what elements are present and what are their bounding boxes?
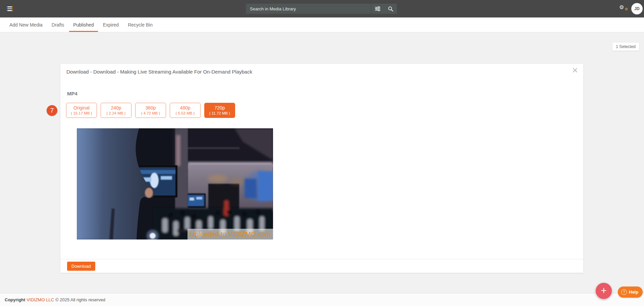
tab-published[interactable]: Published [69,17,98,32]
hamburger-menu-icon[interactable] [7,6,13,11]
option-480p[interactable]: 480p ( 5.53 MB ) [170,103,201,118]
media-tabs: Add New Media Drafts Published Expired R… [0,17,644,32]
settings-gears-icon[interactable]: ⚙⚙ [619,5,627,13]
search-bar [246,4,397,14]
rights-text: © 2025 All rights reserved [55,297,105,302]
plus-icon: + [601,285,607,296]
option-720p[interactable]: 720p ( 11.72 MB ) [204,103,235,118]
option-360p[interactable]: 360p ( 4.72 MB ) [135,103,166,118]
top-bar-right: ⚙⚙ JD [619,0,643,17]
dialog-title: Download - Download - Making Live Stream… [66,69,252,75]
app-window: ⚙⚙ JD Add New Media Drafts Published Exp… [0,0,644,306]
format-label: MP4 [67,91,77,96]
filter-sliders-icon[interactable] [371,4,384,14]
step-7-annotation-badge: 7 [47,105,57,116]
tab-drafts[interactable]: Drafts [48,17,68,32]
user-avatar[interactable]: JD [631,3,643,14]
question-mark-icon: ? [621,289,627,295]
video-preview-thumbnail: Uploaded to VIDIZMO.com [77,128,273,239]
tab-recycle-bin[interactable]: Recycle Bin [124,17,157,32]
vidizmo-link[interactable]: VIDIZMO LLC [26,297,54,302]
option-240p[interactable]: 240p ( 2.24 MB ) [101,103,131,118]
resolution-options: Original ( 15.17 MB ) 240p ( 2.24 MB ) 3… [66,103,235,118]
search-input[interactable] [246,6,371,11]
add-media-fab[interactable]: + [596,283,612,299]
tab-expired[interactable]: Expired [99,17,123,32]
selection-count-badge: 1 Selected [612,43,639,51]
top-bar: ⚙⚙ JD [0,0,644,17]
download-dialog: Download - Download - Making Live Stream… [60,64,583,273]
search-icon[interactable] [384,4,397,14]
close-icon[interactable]: × [572,65,578,75]
watermark-text: Uploaded to VIDIZMO.com [190,230,271,238]
download-button[interactable]: Download [67,262,95,271]
tab-add-new-media[interactable]: Add New Media [5,17,47,32]
help-button[interactable]: ? Help [618,287,643,298]
page-footer: Copyright VIDIZMO LLC © 2025 All rights … [0,293,644,306]
copyright-label: Copyright [5,297,25,302]
help-label: Help [629,290,638,295]
dialog-footer: Download [60,259,583,273]
thumb-watermark-band: Uploaded to VIDIZMO.com [187,229,273,239]
option-original[interactable]: Original ( 15.17 MB ) [66,103,97,118]
